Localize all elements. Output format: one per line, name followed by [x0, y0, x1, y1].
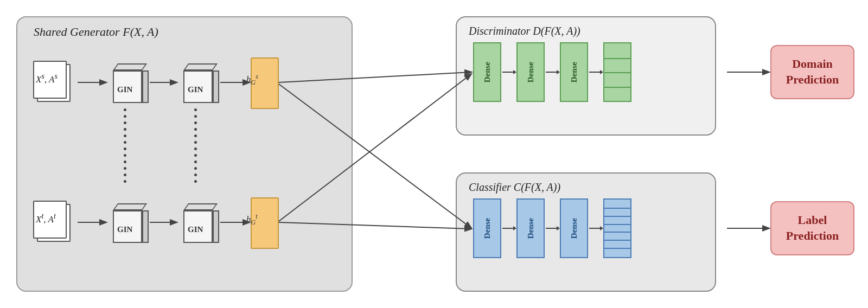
classifier-label: Classifier C(F(X, A)) [469, 181, 560, 194]
disc-dense1-label: Dense [483, 62, 492, 82]
disc-dense1: Dense [473, 42, 501, 102]
gin1-target: GIN [107, 200, 149, 243]
gin1-source: GIN [107, 60, 149, 103]
disc-dense2: Dense [516, 42, 545, 102]
disc-dense3-label: Dense [570, 62, 579, 82]
hg-target-label: hGt [246, 213, 258, 227]
target-label: Xt, At [36, 211, 56, 225]
source-label: Xs, As [36, 72, 58, 85]
hg-source-label: hGs [246, 73, 258, 87]
domain-prediction-label: DomainPrediction [786, 56, 839, 87]
source-input: Xs, As [31, 60, 78, 106]
hg-target: hGt [251, 197, 279, 249]
disc-dense3: Dense [560, 42, 588, 102]
disc-output [603, 42, 631, 102]
class-dense3-label: Dense [570, 218, 579, 239]
shared-generator-label: Shared Generator F(X, A) [34, 25, 158, 39]
class-dense2: Dense [516, 198, 545, 258]
class-dense2-label: Dense [526, 218, 535, 239]
shared-generator-box: Shared Generator F(X, A) [16, 16, 353, 292]
gin2-target-label: GIN [188, 225, 203, 234]
gin1-source-label: GIN [117, 85, 132, 94]
class-output [603, 198, 631, 258]
label-prediction-box: LabelPrediction [770, 201, 854, 255]
hg-source: hGs [251, 57, 279, 109]
gin2-target: GIN [178, 200, 219, 243]
gin1-target-label: GIN [117, 225, 132, 234]
class-dense3: Dense [560, 198, 588, 258]
discriminator-label: Discriminator D(F(X, A)) [469, 25, 580, 37]
dots-gin2 [194, 108, 197, 183]
gin2-source: GIN [178, 60, 219, 103]
gin2-source-label: GIN [188, 85, 203, 94]
domain-prediction-box: DomainPrediction [770, 45, 854, 99]
target-input: Xt, At [31, 200, 78, 246]
classifier-dense-row: Dense Dense Dense [473, 198, 631, 258]
dots-gin1 [124, 108, 126, 183]
diagram: Shared Generator F(X, A) Discriminator D… [0, 0, 868, 308]
disc-dense2-label: Dense [526, 62, 535, 82]
discriminator-dense-row: Dense Dense Dense [473, 42, 631, 102]
label-prediction-label: LabelPrediction [786, 213, 839, 243]
class-dense1: Dense [473, 198, 501, 258]
class-dense1-label: Dense [483, 218, 492, 239]
